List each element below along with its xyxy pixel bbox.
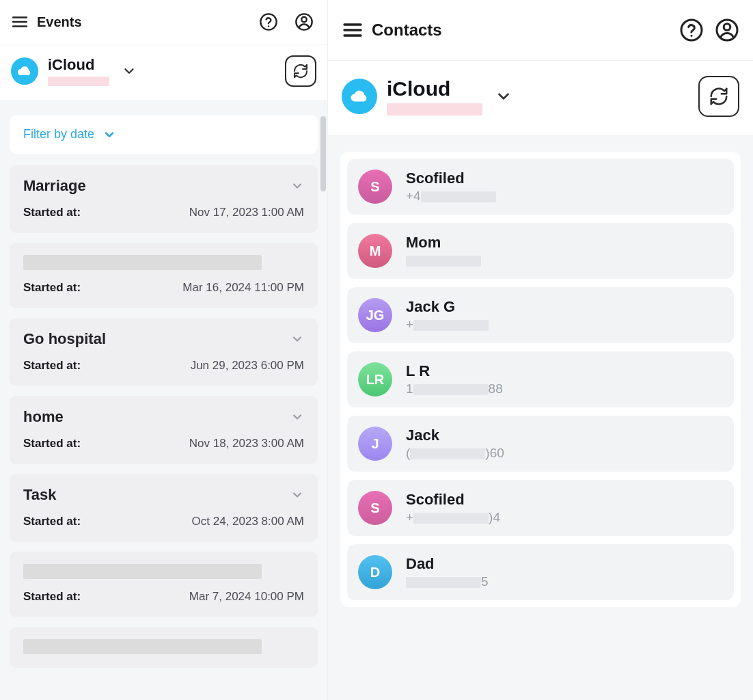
event-started-value: Mar 7, 2024 10:00 PM [189,590,304,604]
event-title: Task [23,486,57,504]
event-started-value: Nov 18, 2023 3:00 AM [189,437,304,450]
filter-label: Filter by date [23,127,94,142]
event-title: Marriage [23,177,86,195]
contacts-header: Contacts [328,0,753,61]
page-title: Contacts [372,21,442,40]
contact-row[interactable]: LRL R188 [347,351,734,407]
contact-phone: 188 [406,381,503,396]
contact-row[interactable]: DDad5 [347,544,734,600]
contact-avatar: M [358,234,392,268]
contact-phone: +)4 [406,510,500,525]
events-list-container: Filter by date MarriageStarted at:Nov 17… [0,101,327,700]
chevron-down-icon[interactable] [290,410,304,424]
contact-phone: ()60 [406,446,504,461]
contact-row[interactable]: JGJack G+ [347,287,734,343]
contact-name: Jack G [406,298,489,316]
contact-row[interactable]: JJack()60 [347,416,734,472]
event-title: Go hospital [23,330,106,348]
event-card[interactable]: homeStarted at:Nov 18, 2023 3:00 AM [10,396,318,464]
chevron-down-icon[interactable] [122,64,137,79]
account-subtitle-redacted [387,103,482,116]
help-icon[interactable] [256,10,281,34]
event-card[interactable]: Started at:Mar 7, 2024 10:00 PM [10,552,318,617]
contact-row[interactable]: MMom [347,223,734,279]
contact-avatar: LR [358,362,392,396]
contact-name: Scofiled [406,170,496,187]
events-account-row: iCloud [0,44,327,101]
chevron-down-icon [102,128,116,142]
page-title: Events [37,14,82,30]
hamburger-icon[interactable] [11,13,29,31]
redacted-span [421,191,496,202]
svg-point-4 [268,25,269,27]
contact-avatar: D [358,555,392,589]
event-started-value: Mar 16, 2024 11:00 PM [182,281,304,295]
contact-phone [406,253,481,268]
contacts-list-container: SScofiled+4MMomJGJack G+LRL R188JJack()6… [328,135,753,700]
scrollbar-thumb[interactable] [320,116,326,191]
event-card[interactable]: Go hospitalStarted at:Jun 29, 2023 6:00 … [10,318,318,386]
events-header: Events [0,0,327,44]
contact-phone: + [406,317,489,332]
chevron-down-icon[interactable] [290,179,304,193]
event-started-value: Nov 17, 2023 1:00 AM [189,206,304,219]
profile-icon[interactable] [715,18,739,42]
event-started-label: Started at: [23,590,81,604]
event-title: home [23,408,64,426]
event-started-label: Started at: [23,515,81,528]
event-started-label: Started at: [23,437,81,450]
event-title-redacted [23,564,262,579]
filter-by-date[interactable]: Filter by date [10,115,318,154]
profile-icon[interactable] [292,10,316,34]
contact-row[interactable]: SScofiled+)4 [347,480,734,536]
contact-name: Mom [406,234,481,252]
event-started-label: Started at: [23,281,81,295]
redacted-span [410,448,485,459]
chevron-down-icon[interactable] [495,88,512,105]
event-title-redacted [23,639,262,654]
svg-point-13 [724,24,730,31]
cloud-icon [342,79,377,114]
event-started-value: Jun 29, 2023 6:00 PM [191,359,304,373]
chevron-down-icon[interactable] [290,332,304,346]
cloud-icon [11,57,38,85]
svg-point-11 [691,35,693,37]
contact-name: Scofiled [406,491,500,509]
contacts-panel: Contacts iCloud SScofiled+4MMomJGJack G+… [328,0,753,700]
chevron-down-icon[interactable] [290,488,304,502]
redacted-span [413,384,489,395]
contact-phone: 5 [406,574,489,589]
redacted-span [406,256,481,267]
event-card[interactable]: TaskStarted at:Oct 24, 2023 8:00 AM [10,474,318,542]
redacted-span [406,577,481,588]
contact-avatar: S [358,491,392,525]
event-started-value: Oct 24, 2023 8:00 AM [192,515,304,528]
account-subtitle-redacted [48,77,109,86]
contact-phone: +4 [406,189,496,204]
svg-point-10 [681,20,702,40]
event-started-label: Started at: [23,206,81,219]
event-card[interactable] [10,627,318,668]
event-title-redacted [23,255,262,270]
svg-point-3 [260,14,276,29]
contact-avatar: S [358,170,392,204]
redacted-span [413,513,489,524]
contact-name: L R [406,362,503,380]
contact-avatar: J [358,427,392,461]
events-panel: Events iCloud Filter by date [0,0,328,700]
redacted-span [413,320,489,331]
account-name: iCloud [48,56,109,74]
hamburger-icon[interactable] [342,19,364,41]
contact-avatar: JG [358,298,392,332]
event-card[interactable]: Started at:Mar 16, 2024 11:00 PM [10,243,318,308]
account-name: iCloud [387,77,482,100]
contact-name: Jack [406,427,504,444]
sync-button[interactable] [285,55,316,87]
contact-name: Dad [406,555,489,573]
svg-point-6 [301,17,306,22]
event-card[interactable]: MarriageStarted at:Nov 17, 2023 1:00 AM [10,165,318,233]
sync-button[interactable] [698,76,739,117]
event-started-label: Started at: [23,359,81,373]
contact-row[interactable]: SScofiled+4 [347,159,734,215]
help-icon[interactable] [679,18,704,42]
